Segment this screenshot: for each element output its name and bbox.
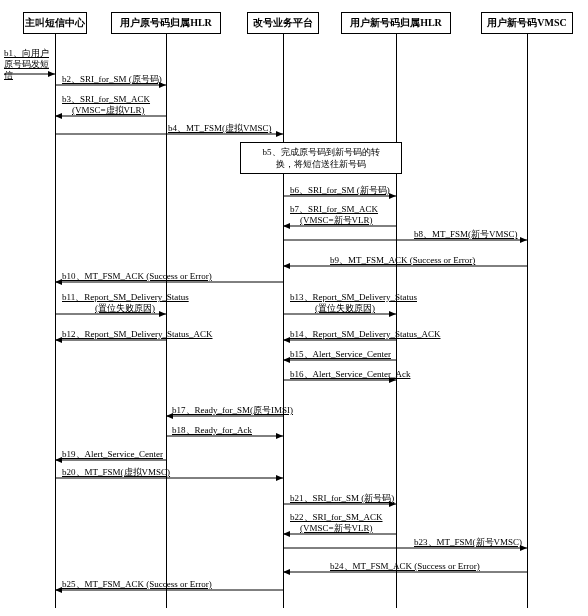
msg-b22a: b22、SRI_for_SM_ACK (290, 512, 383, 523)
arrows-layer (0, 0, 588, 616)
msg-b25: b25、MT_FSM_ACK (Success or Error) (62, 579, 212, 590)
msg-b18: b18、Ready_for_Ack (172, 425, 252, 436)
msg-b3b: (VMSC=虚拟VLR) (72, 105, 145, 116)
msg-b6: b6、SRI_for_SM (新号码) (290, 185, 390, 196)
msg-b2: b2、SRI_for_SM (原号码) (62, 74, 162, 85)
msg-b7b: (VMSC=新号VLR) (300, 215, 373, 226)
msg-b7a: b7、SRI_for_SM_ACK (290, 204, 378, 215)
msg-b17: b17、Ready_for_SM(原号IMSI) (172, 405, 293, 416)
msg-b8: b8、MT_FSM(新号VMSC) (414, 229, 518, 240)
msg-b21: b21、SRI_for_SM (新号码) (290, 493, 394, 504)
msg-b20: b20、MT_FSM(虚拟VMSC) (62, 467, 170, 478)
msg-b13a: b13、Report_SM_Delivery_Status (290, 292, 417, 303)
msg-b15: b15、Alert_Service_Center (290, 349, 391, 360)
msg-b22b: (VMSC=新号VLR) (300, 523, 373, 534)
note-b5: b5、完成原号码到新号码的转 换，将短信送往新号码 (240, 142, 402, 174)
msg-b13b: (置位失败原因) (315, 303, 375, 314)
msg-b9: b9、MT_FSM_ACK (Success or Error) (330, 255, 475, 266)
msg-b11a: b11、Report_SM_Delivery_Status (62, 292, 189, 303)
msg-b12: b12、Report_SM_Delivery_Status_ACK (62, 329, 213, 340)
msg-b16: b16、Alert_Service_Center_Ack (290, 369, 410, 380)
msg-b3a: b3、SRI_for_SM_ACK (62, 94, 150, 105)
msg-b24: b24、MT_FSM_ACK (Success or Error) (330, 561, 480, 572)
msg-b4: b4、MT_FSM(虚拟VMSC) (168, 123, 272, 134)
msg-b19: b19、Alert_Service_Center (62, 449, 163, 460)
msg-b23: b23、MT_FSM(新号VMSC) (414, 537, 522, 548)
msg-b11b: (置位失败原因) (95, 303, 155, 314)
msg-b14: b14、Report_SM_Delivery_Status_ACK (290, 329, 441, 340)
msg-b10: b10、MT_FSM_ACK (Success or Error) (62, 271, 212, 282)
